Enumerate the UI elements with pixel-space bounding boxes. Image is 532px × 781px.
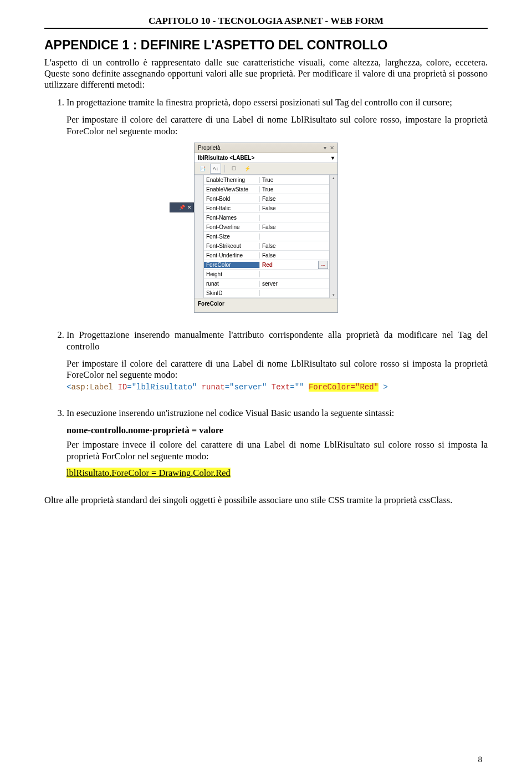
property-row[interactable]: Font-StrikeoutFalse — [204, 241, 329, 251]
vb-code: lblRisultato.ForeColor = Drawing.Color.R… — [66, 468, 231, 478]
property-value[interactable]: False — [260, 205, 329, 211]
chevron-down-icon: ▾ — [331, 155, 334, 161]
vb-code-line: lblRisultato.ForeColor = Drawing.Color.R… — [66, 468, 488, 479]
property-name: Font-Size — [204, 234, 260, 240]
property-name: SkinID — [204, 290, 260, 296]
property-name: EnableTheming — [204, 177, 260, 183]
property-row[interactable]: EnableViewStateTrue — [204, 185, 329, 194]
property-value[interactable]: True — [260, 177, 329, 183]
syntax-line: nome-controllo.nome-proprietà = valore — [66, 425, 488, 436]
method-2-text: In Progettazione inserendo manualmente l… — [66, 329, 488, 352]
method-3-example: Per impostare invece il colore del carat… — [66, 439, 488, 462]
pin-icon[interactable]: ▾ — [324, 145, 326, 151]
method-1: In progettazione tramite la finestra pro… — [66, 97, 488, 109]
property-grid: EnableThemingTrue EnableViewStateTrue Fo… — [195, 175, 337, 298]
ellipsis-button[interactable]: ... — [318, 261, 328, 269]
properties-panel-figure: 📌 ✕ Proprietà ▾ ✕ lblRisultato <LABEL> ▾… — [194, 143, 338, 313]
property-name: Font-Names — [204, 215, 260, 221]
object-name: lblRisultato <LABEL> — [198, 155, 254, 161]
properties-tab-button[interactable]: ☐ — [228, 164, 239, 174]
grid-gutter — [195, 175, 204, 298]
property-value[interactable]: False — [260, 243, 329, 249]
toolbar-separator — [224, 165, 225, 173]
property-row[interactable]: Font-BoldFalse — [204, 194, 329, 204]
property-name: runat — [204, 281, 260, 287]
property-row-selected[interactable]: ForeColor Red ... — [204, 260, 329, 270]
method-1-text: In progettazione tramite la finestra pro… — [66, 97, 452, 108]
property-row[interactable]: Font-Size — [204, 232, 329, 241]
appendix-title: APPENDICE 1 : DEFINIRE L'ASPETTO DEL CON… — [44, 38, 488, 53]
property-name: ForeColor — [204, 262, 260, 268]
property-name: Font-Strikeout — [204, 243, 260, 249]
asp-code: <asp:Label ID="lblRisultato" runat="serv… — [66, 383, 388, 392]
close-icon: ✕ — [187, 205, 192, 210]
events-tab-button[interactable]: ⚡ — [242, 164, 253, 174]
forecolor-value: Red — [262, 262, 273, 268]
property-row[interactable]: SkinID — [204, 288, 329, 298]
property-name: Font-Overline — [204, 224, 260, 230]
method-list-3: In esecuzione inserendo un'istruzione ne… — [44, 408, 488, 419]
property-value[interactable]: Red ... — [260, 261, 329, 269]
alpha-sort-button[interactable]: A↓ — [210, 164, 221, 174]
scrollbar[interactable]: ▴ ▾ — [329, 175, 337, 298]
property-row[interactable]: runatserver — [204, 279, 329, 288]
method-1-example: Per impostare il colore del carattere di… — [66, 114, 488, 137]
divider — [44, 28, 488, 29]
property-value[interactable]: False — [260, 224, 329, 230]
forecolor-attr: ForeColor="Red" — [309, 383, 378, 392]
panel-title-label: Proprietà — [198, 145, 221, 151]
property-row[interactable]: EnableThemingTrue — [204, 175, 329, 185]
panel-titlebar: Proprietà ▾ ✕ — [195, 143, 337, 153]
method-list-2: In Progettazione inserendo manualmente l… — [44, 329, 488, 352]
property-name: Font-Bold — [204, 196, 260, 202]
property-name: EnableViewState — [204, 186, 260, 192]
intro-paragraph: L'aspetto di un controllo è rappresentat… — [44, 57, 488, 90]
close-icon[interactable]: ✕ — [330, 145, 334, 151]
method-list: In progettazione tramite la finestra pro… — [44, 97, 488, 109]
scroll-down-icon[interactable]: ▾ — [332, 293, 335, 297]
chapter-header: CAPITOLO 10 - TECNOLOGIA ASP.NET - WEB F… — [44, 16, 488, 27]
method-2-example: Per impostare il colore del carattere di… — [66, 358, 488, 393]
property-value[interactable]: True — [260, 186, 329, 192]
property-row[interactable]: Font-UnderlineFalse — [204, 251, 329, 260]
property-row[interactable]: Font-OverlineFalse — [204, 222, 329, 232]
property-row[interactable]: Font-ItalicFalse — [204, 204, 329, 213]
property-row[interactable]: Height — [204, 270, 329, 279]
grid-rows: EnableThemingTrue EnableViewStateTrue Fo… — [204, 175, 329, 298]
property-value[interactable]: server — [260, 281, 329, 287]
pin-icon: 📌 — [179, 205, 185, 210]
scroll-up-icon[interactable]: ▴ — [332, 176, 335, 180]
page-number: 8 — [478, 755, 483, 764]
property-name: Font-Underline — [204, 252, 260, 258]
property-value[interactable]: False — [260, 196, 329, 202]
categorize-button[interactable]: 📑 — [197, 164, 208, 174]
property-name: Font-Italic — [204, 205, 260, 211]
help-pane: ForeColor — [195, 298, 337, 312]
property-row[interactable]: Font-Names — [204, 213, 329, 222]
closing-paragraph: Oltre alle proprietà standard dei singol… — [44, 495, 488, 506]
properties-panel: Proprietà ▾ ✕ lblRisultato <LABEL> ▾ 📑 A… — [194, 143, 338, 313]
panel-toolbar: 📑 A↓ ☐ ⚡ — [195, 163, 337, 175]
method-3-text: In esecuzione inserendo un'istruzione ne… — [66, 408, 394, 418]
side-tab: 📌 ✕ — [170, 202, 194, 212]
method-3: In esecuzione inserendo un'istruzione ne… — [66, 408, 488, 419]
property-value[interactable]: False — [260, 252, 329, 258]
property-name: Height — [204, 271, 260, 277]
object-selector[interactable]: lblRisultato <LABEL> ▾ — [195, 153, 337, 163]
method-2: In Progettazione inserendo manualmente l… — [66, 329, 488, 352]
